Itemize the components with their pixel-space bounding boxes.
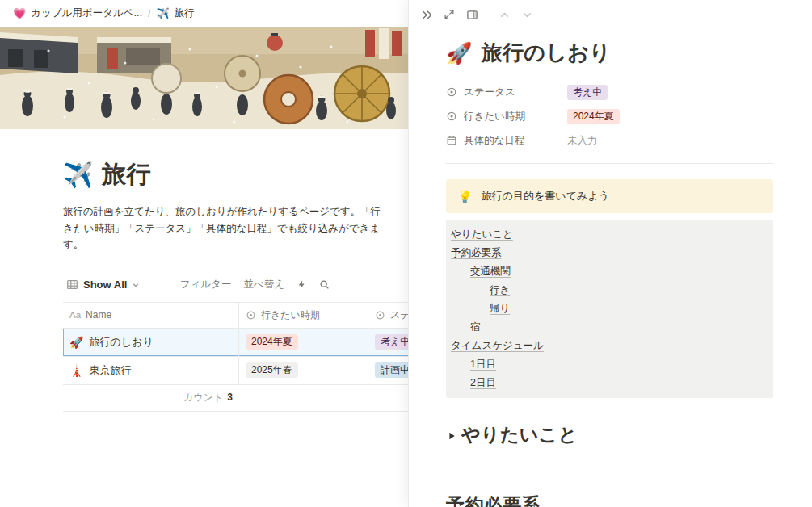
property-value-period[interactable]: 2024年夏 bbox=[567, 109, 620, 124]
ukiyoe-snow-scene-illustration bbox=[0, 27, 408, 129]
breadcrumb: 💗 カップル用ポータルペ... / ✈️ 旅行 bbox=[0, 0, 408, 27]
cell-period[interactable]: 2024年夏 bbox=[239, 329, 368, 356]
heart-icon: 💗 bbox=[13, 8, 26, 19]
expand-page-icon[interactable] bbox=[439, 4, 460, 25]
toc-item: 予約必要系 bbox=[451, 244, 768, 262]
table-row-shiori[interactable]: 🚀 旅行のしおり 2024年夏 考え中 bbox=[63, 329, 408, 357]
tokyo-tower-icon: 🗼 bbox=[69, 365, 83, 376]
cell-period[interactable]: 2025年春 bbox=[239, 357, 368, 384]
app-window: 💗 カップル用ポータルペ... / ✈️ 旅行 bbox=[0, 0, 812, 507]
column-header-status[interactable]: ステータス bbox=[368, 303, 408, 328]
toc-link-kaeri[interactable]: 帰り bbox=[490, 303, 510, 314]
breadcrumb-item-travel[interactable]: ✈️ 旅行 bbox=[151, 4, 199, 23]
property-label: 具体的な日程 bbox=[464, 134, 524, 148]
page-description: 旅行の計画を立てたり、旅のしおりが作れたりするページです。「行きたい時期」「ステ… bbox=[63, 203, 385, 254]
database-toolbar-actions: フィルター 並べ替え bbox=[180, 278, 330, 291]
chevron-down-icon bbox=[132, 281, 140, 289]
property-value-date-empty[interactable]: 未入力 bbox=[567, 134, 598, 148]
tag-planning: 計画中 bbox=[375, 362, 408, 378]
table-header-row: Aa Name 行きたい時期 ステータス bbox=[63, 302, 408, 329]
filter-button[interactable]: フィルター bbox=[180, 278, 232, 291]
status-property-icon bbox=[375, 310, 385, 321]
toggle-triangle-icon[interactable] bbox=[446, 430, 457, 442]
column-header-period-label: 行きたい時期 bbox=[261, 308, 320, 322]
callout-block[interactable]: 💡 旅行の目的を書いてみよう bbox=[446, 179, 773, 213]
property-value-status[interactable]: 考え中 bbox=[567, 85, 608, 100]
toc-link-day2[interactable]: 2日目 bbox=[470, 377, 496, 388]
toc-item: 交通機関 bbox=[451, 262, 768, 281]
property-label: 行きたい時期 bbox=[464, 110, 525, 124]
view-tab-show-all[interactable]: Show All bbox=[63, 276, 143, 293]
status-property-icon bbox=[446, 86, 457, 98]
toc-link-schedule[interactable]: タイムスケジュール bbox=[451, 340, 544, 351]
toc-item: 帰り bbox=[451, 300, 768, 318]
peek-page-title: 🚀 旅行のしおり bbox=[446, 39, 773, 67]
main-page-pane: 💗 カップル用ポータルペ... / ✈️ 旅行 bbox=[0, 0, 408, 507]
property-row-status: ステータス 考え中 bbox=[446, 80, 773, 104]
cell-status[interactable]: 考え中 bbox=[368, 329, 408, 356]
page-title-text: 旅行 bbox=[102, 158, 151, 191]
next-record-icon[interactable] bbox=[516, 4, 537, 25]
cell-status[interactable]: 計画中 bbox=[368, 357, 408, 384]
side-peek-panel: 🚀 旅行のしおり ステータス 考え中 bbox=[408, 0, 812, 507]
breadcrumb-item-portal[interactable]: 💗 カップル用ポータルペ... bbox=[8, 4, 147, 23]
close-peek-icon[interactable] bbox=[416, 4, 437, 25]
column-header-period[interactable]: 行きたい時期 bbox=[239, 303, 368, 328]
cell-name[interactable]: 🚀 旅行のしおり bbox=[63, 329, 239, 356]
callout-text: 旅行の目的を書いてみよう bbox=[482, 189, 609, 203]
rocket-icon: 🚀 bbox=[69, 337, 83, 348]
toc-link-koutsu[interactable]: 交通機関 bbox=[470, 266, 511, 277]
toc-item: 1日目 bbox=[451, 355, 768, 374]
search-icon[interactable] bbox=[319, 279, 330, 290]
toc-item: やりたいこと bbox=[451, 225, 768, 244]
table-of-contents: やりたいこと 予約必要系 交通機関 行き 帰り 宿 タイムスケジュール 1日目 … bbox=[446, 220, 773, 398]
cover-image[interactable] bbox=[0, 27, 408, 129]
table-view-icon bbox=[66, 279, 78, 291]
cell-name[interactable]: 🗼 東京旅行 bbox=[63, 357, 239, 384]
table-footer: カウント3 bbox=[63, 385, 408, 412]
toc-item: 行き bbox=[451, 281, 768, 300]
toc-item: 2日目 bbox=[451, 374, 768, 392]
tag-2025-spring: 2025年春 bbox=[246, 362, 298, 378]
airplane-page-icon[interactable]: ✈️ bbox=[63, 163, 94, 187]
side-peek-layout-icon[interactable] bbox=[461, 4, 482, 25]
property-key-period[interactable]: 行きたい時期 bbox=[446, 110, 567, 124]
sort-button[interactable]: 並べ替え bbox=[243, 278, 284, 291]
table-row-tokyo[interactable]: 🗼 東京旅行 2025年春 計画中 bbox=[63, 357, 408, 385]
lightning-icon[interactable] bbox=[297, 279, 307, 290]
column-header-name[interactable]: Aa Name bbox=[63, 303, 239, 328]
database-table: Aa Name 行きたい時期 ステータス bbox=[63, 302, 408, 412]
breadcrumb-separator: / bbox=[148, 8, 150, 19]
text-property-icon: Aa bbox=[69, 310, 81, 320]
tag-2024-summer: 2024年夏 bbox=[567, 109, 620, 124]
airplane-icon: ✈️ bbox=[156, 8, 169, 19]
heading-yaritai-text: やりたいこと bbox=[461, 422, 578, 447]
column-header-status-label: ステータス bbox=[390, 308, 408, 322]
database-toolbar: Show All フィルター 並べ替え bbox=[63, 272, 330, 298]
peek-page-title-text[interactable]: 旅行のしおり bbox=[482, 39, 611, 67]
page-link[interactable]: 旅行のしおり bbox=[89, 335, 153, 350]
toc-link-day1[interactable]: 1日目 bbox=[470, 358, 496, 370]
page-link[interactable]: 東京旅行 bbox=[89, 363, 131, 378]
property-key-status[interactable]: ステータス bbox=[446, 86, 567, 99]
date-property-icon bbox=[446, 135, 457, 146]
property-label: ステータス bbox=[464, 86, 515, 99]
select-property-icon bbox=[446, 111, 457, 122]
rocket-page-icon[interactable]: 🚀 bbox=[446, 43, 473, 64]
view-tab-label: Show All bbox=[83, 279, 127, 291]
heading-yaritai: やりたいこと bbox=[446, 422, 773, 447]
count-value: 3 bbox=[227, 392, 233, 403]
select-property-icon bbox=[246, 310, 256, 321]
property-key-date[interactable]: 具体的な日程 bbox=[446, 134, 567, 148]
peek-toolbar bbox=[409, 0, 812, 29]
toc-link-yado[interactable]: 宿 bbox=[470, 321, 481, 333]
property-row-period: 行きたい時期 2024年夏 bbox=[446, 104, 773, 128]
toc-link-yoyaku[interactable]: 予約必要系 bbox=[451, 247, 502, 258]
page-title: ✈️ 旅行 bbox=[63, 158, 408, 191]
previous-record-icon[interactable] bbox=[494, 4, 515, 25]
row-count[interactable]: カウント3 bbox=[63, 391, 239, 404]
toc-link-yaritai[interactable]: やりたいこと bbox=[451, 228, 513, 240]
toc-link-iki[interactable]: 行き bbox=[490, 284, 510, 295]
heading-yoyaku: 予約必要系 bbox=[446, 492, 773, 507]
peek-body: 🚀 旅行のしおり ステータス 考え中 bbox=[409, 29, 812, 507]
